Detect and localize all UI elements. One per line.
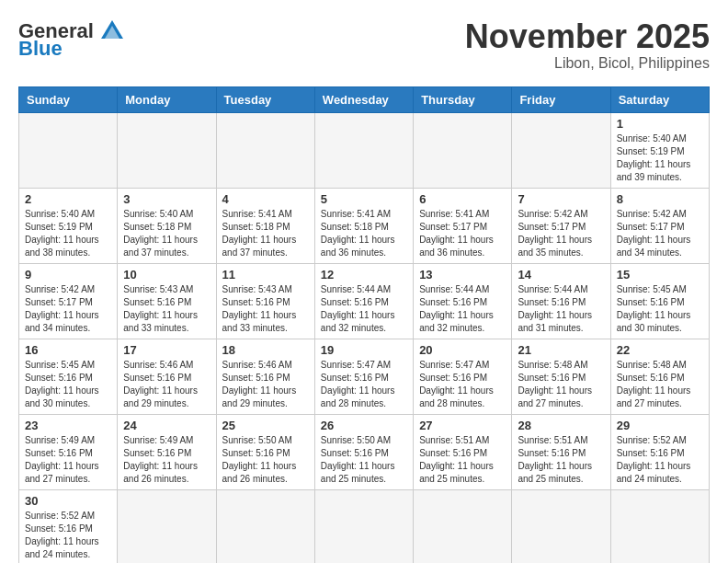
day-info: Sunrise: 5:52 AMSunset: 5:16 PMDaylight:… [25, 510, 111, 561]
day-number: 9 [25, 268, 111, 282]
calendar-week-row: 23Sunrise: 5:49 AMSunset: 5:16 PMDayligh… [19, 414, 710, 489]
day-number: 17 [123, 343, 210, 357]
page-header: General Blue November 2025 Libon, Bicol,… [18, 18, 710, 72]
day-number: 28 [518, 419, 604, 432]
calendar-cell: 18Sunrise: 5:46 AMSunset: 5:16 PMDayligh… [216, 339, 314, 414]
calendar-cell: 14Sunrise: 5:44 AMSunset: 5:16 PMDayligh… [512, 263, 610, 339]
calendar-cell: 11Sunrise: 5:43 AMSunset: 5:16 PMDayligh… [216, 263, 314, 339]
day-info: Sunrise: 5:45 AMSunset: 5:16 PMDaylight:… [617, 283, 703, 335]
day-info: Sunrise: 5:51 AMSunset: 5:16 PMDaylight:… [518, 434, 604, 486]
day-number: 6 [419, 192, 506, 206]
day-info: Sunrise: 5:42 AMSunset: 5:17 PMDaylight:… [25, 283, 111, 335]
day-number: 29 [617, 419, 703, 432]
day-number: 7 [518, 192, 604, 206]
month-title: November 2025 [465, 18, 710, 55]
logo: General Blue [18, 18, 125, 61]
logo-icon [99, 18, 125, 44]
calendar-cell [414, 112, 512, 188]
calendar-cell: 10Sunrise: 5:43 AMSunset: 5:16 PMDayligh… [118, 263, 216, 339]
weekday-header-row: SundayMondayTuesdayWednesdayThursdayFrid… [19, 86, 710, 112]
weekday-header-monday: Monday [118, 86, 216, 112]
calendar-cell: 25Sunrise: 5:50 AMSunset: 5:16 PMDayligh… [216, 414, 314, 489]
day-number: 15 [617, 268, 703, 282]
day-number: 18 [222, 343, 309, 357]
calendar-cell: 17Sunrise: 5:46 AMSunset: 5:16 PMDayligh… [118, 339, 216, 414]
day-number: 22 [617, 343, 703, 357]
calendar-cell: 24Sunrise: 5:49 AMSunset: 5:16 PMDayligh… [118, 414, 216, 489]
day-number: 27 [419, 419, 506, 432]
calendar-cell [414, 489, 512, 563]
weekday-header-friday: Friday [512, 86, 610, 112]
weekday-header-saturday: Saturday [610, 86, 709, 112]
weekday-header-thursday: Thursday [414, 86, 512, 112]
day-info: Sunrise: 5:44 AMSunset: 5:16 PMDaylight:… [518, 283, 604, 335]
calendar-cell [314, 112, 413, 188]
day-info: Sunrise: 5:40 AMSunset: 5:18 PMDaylight:… [123, 208, 210, 259]
calendar-cell: 27Sunrise: 5:51 AMSunset: 5:16 PMDayligh… [414, 414, 512, 489]
calendar-cell: 1Sunrise: 5:40 AMSunset: 5:19 PMDaylight… [610, 112, 709, 188]
day-number: 13 [419, 268, 506, 282]
day-number: 30 [25, 494, 111, 508]
calendar-cell: 6Sunrise: 5:41 AMSunset: 5:17 PMDaylight… [414, 188, 512, 263]
calendar-cell: 21Sunrise: 5:48 AMSunset: 5:16 PMDayligh… [512, 339, 610, 414]
day-info: Sunrise: 5:46 AMSunset: 5:16 PMDaylight:… [123, 359, 210, 410]
calendar-cell: 15Sunrise: 5:45 AMSunset: 5:16 PMDayligh… [610, 263, 709, 339]
calendar-cell: 22Sunrise: 5:48 AMSunset: 5:16 PMDayligh… [610, 339, 709, 414]
location-title: Libon, Bicol, Philippines [465, 55, 710, 72]
calendar-week-row: 2Sunrise: 5:40 AMSunset: 5:19 PMDaylight… [19, 188, 710, 263]
calendar-cell: 19Sunrise: 5:47 AMSunset: 5:16 PMDayligh… [314, 339, 413, 414]
day-info: Sunrise: 5:48 AMSunset: 5:16 PMDaylight:… [518, 359, 604, 410]
weekday-header-wednesday: Wednesday [314, 86, 413, 112]
day-info: Sunrise: 5:40 AMSunset: 5:19 PMDaylight:… [617, 132, 703, 184]
calendar-cell: 5Sunrise: 5:41 AMSunset: 5:18 PMDaylight… [314, 188, 413, 263]
day-number: 19 [321, 343, 407, 357]
day-number: 26 [321, 419, 407, 432]
day-number: 25 [222, 419, 309, 432]
calendar-cell: 8Sunrise: 5:42 AMSunset: 5:17 PMDaylight… [610, 188, 709, 263]
calendar-cell: 12Sunrise: 5:44 AMSunset: 5:16 PMDayligh… [314, 263, 413, 339]
logo-blue-text: Blue [18, 37, 63, 61]
weekday-header-sunday: Sunday [19, 86, 118, 112]
day-info: Sunrise: 5:40 AMSunset: 5:19 PMDaylight:… [25, 208, 111, 259]
day-number: 14 [518, 268, 604, 282]
day-number: 16 [25, 343, 111, 357]
calendar-cell [512, 489, 610, 563]
day-number: 24 [123, 419, 210, 432]
day-info: Sunrise: 5:41 AMSunset: 5:17 PMDaylight:… [419, 208, 506, 259]
day-number: 10 [123, 268, 210, 282]
day-number: 23 [25, 419, 111, 432]
calendar-cell: 9Sunrise: 5:42 AMSunset: 5:17 PMDaylight… [19, 263, 118, 339]
day-info: Sunrise: 5:41 AMSunset: 5:18 PMDaylight:… [222, 208, 309, 259]
calendar-cell [216, 489, 314, 563]
day-number: 2 [25, 192, 111, 206]
calendar-cell: 28Sunrise: 5:51 AMSunset: 5:16 PMDayligh… [512, 414, 610, 489]
day-info: Sunrise: 5:47 AMSunset: 5:16 PMDaylight:… [321, 359, 407, 410]
day-info: Sunrise: 5:50 AMSunset: 5:16 PMDaylight:… [321, 434, 407, 486]
calendar-cell [118, 489, 216, 563]
day-info: Sunrise: 5:48 AMSunset: 5:16 PMDaylight:… [617, 359, 703, 410]
day-info: Sunrise: 5:43 AMSunset: 5:16 PMDaylight:… [123, 283, 210, 335]
calendar-cell: 29Sunrise: 5:52 AMSunset: 5:16 PMDayligh… [610, 414, 709, 489]
day-info: Sunrise: 5:47 AMSunset: 5:16 PMDaylight:… [419, 359, 506, 410]
calendar-week-row: 16Sunrise: 5:45 AMSunset: 5:16 PMDayligh… [19, 339, 710, 414]
calendar-week-row: 30Sunrise: 5:52 AMSunset: 5:16 PMDayligh… [19, 489, 710, 563]
day-info: Sunrise: 5:42 AMSunset: 5:17 PMDaylight:… [617, 208, 703, 259]
day-info: Sunrise: 5:51 AMSunset: 5:16 PMDaylight:… [419, 434, 506, 486]
day-number: 21 [518, 343, 604, 357]
calendar-week-row: 1Sunrise: 5:40 AMSunset: 5:19 PMDaylight… [19, 112, 710, 188]
day-info: Sunrise: 5:49 AMSunset: 5:16 PMDaylight:… [123, 434, 210, 486]
day-info: Sunrise: 5:50 AMSunset: 5:16 PMDaylight:… [222, 434, 309, 486]
day-number: 8 [617, 192, 703, 206]
day-info: Sunrise: 5:41 AMSunset: 5:18 PMDaylight:… [321, 208, 407, 259]
calendar-cell [512, 112, 610, 188]
calendar-cell [216, 112, 314, 188]
calendar-cell: 3Sunrise: 5:40 AMSunset: 5:18 PMDaylight… [118, 188, 216, 263]
day-number: 4 [222, 192, 309, 206]
calendar-cell: 7Sunrise: 5:42 AMSunset: 5:17 PMDaylight… [512, 188, 610, 263]
calendar-cell [19, 112, 118, 188]
calendar-cell: 2Sunrise: 5:40 AMSunset: 5:19 PMDaylight… [19, 188, 118, 263]
day-info: Sunrise: 5:49 AMSunset: 5:16 PMDaylight:… [25, 434, 111, 486]
day-info: Sunrise: 5:45 AMSunset: 5:16 PMDaylight:… [25, 359, 111, 410]
day-info: Sunrise: 5:44 AMSunset: 5:16 PMDaylight:… [419, 283, 506, 335]
day-number: 3 [123, 192, 210, 206]
